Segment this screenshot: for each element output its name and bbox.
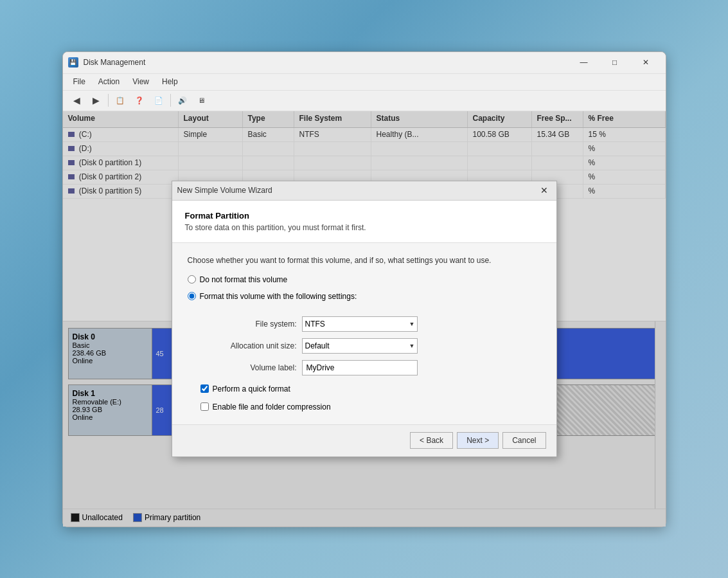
back-button[interactable]: < Back (410, 432, 453, 449)
menu-help[interactable]: Help (157, 76, 183, 87)
menu-view[interactable]: View (127, 76, 154, 87)
alloc-unit-row: Allocation unit size: Default 512 1024 2… (200, 338, 541, 354)
toolbar-separator-2 (170, 94, 171, 107)
wizard-dialog: New Simple Volume Wizard ✕ Format Partit… (172, 181, 557, 457)
compression-checkbox[interactable] (200, 402, 209, 411)
close-button[interactable]: ✕ (631, 51, 661, 73)
format-options: Do not format this volume Format this vo… (188, 275, 541, 411)
minimize-button[interactable]: — (569, 51, 599, 73)
format-radio[interactable] (188, 292, 196, 300)
file-system-select[interactable]: NTFS FAT32 exFAT (302, 316, 418, 332)
no-format-label: Do not format this volume (200, 275, 288, 284)
format-settings: File system: NTFS FAT32 exFAT (200, 316, 541, 411)
wizard-close-button[interactable]: ✕ (537, 183, 551, 197)
wizard-header-subtitle: To store data on this partition, you mus… (185, 223, 544, 232)
wizard-title-bar: New Simple Volume Wizard ✕ (172, 181, 556, 201)
toolbar-btn-5[interactable]: 🖥 (193, 93, 211, 108)
wizard-description: Choose whether you want to format this v… (188, 256, 541, 265)
compression-row: Enable file and folder compression (200, 402, 541, 411)
menu-bar: File Action View Help (63, 74, 666, 91)
next-button[interactable]: Next > (457, 432, 499, 449)
back-button[interactable]: ◀ (68, 93, 86, 108)
content-area: Volume Layout Type File System Status Ca… (63, 111, 666, 527)
maximize-button[interactable]: □ (600, 51, 630, 73)
wizard-header: Format Partition To store data on this p… (172, 201, 556, 243)
toolbar-btn-3[interactable]: 📄 (150, 93, 168, 108)
menu-action[interactable]: Action (93, 76, 125, 87)
file-system-label: File system: (200, 320, 297, 329)
quick-format-label[interactable]: Perform a quick format (213, 384, 290, 393)
volume-label-row: Volume label: (200, 360, 541, 375)
app-icon: 💾 (68, 57, 78, 68)
toolbar-separator-1 (108, 94, 109, 107)
forward-button[interactable]: ▶ (87, 93, 105, 108)
no-format-radio[interactable] (188, 275, 196, 284)
toolbar-btn-1[interactable]: 📋 (111, 93, 129, 108)
window-title: Disk Management (84, 58, 146, 67)
alloc-unit-select-wrapper: Default 512 1024 2048 4096 (302, 338, 418, 354)
file-system-row: File system: NTFS FAT32 exFAT (200, 316, 541, 332)
compression-label[interactable]: Enable file and folder compression (213, 402, 331, 411)
wizard-body: Choose whether you want to format this v… (172, 243, 556, 424)
window-controls: — □ ✕ (569, 51, 661, 73)
modal-overlay: New Simple Volume Wizard ✕ Format Partit… (63, 111, 666, 527)
quick-format-checkbox[interactable] (200, 384, 209, 393)
alloc-unit-select[interactable]: Default 512 1024 2048 4096 (302, 338, 418, 354)
wizard-title: New Simple Volume Wizard (177, 186, 272, 195)
toolbar-btn-2[interactable]: ❓ (130, 93, 148, 108)
format-option[interactable]: Format this volume with the following se… (188, 292, 541, 301)
menu-file[interactable]: File (68, 76, 91, 87)
volume-label-input[interactable] (302, 360, 418, 375)
quick-format-row: Perform a quick format (200, 384, 541, 393)
cancel-button[interactable]: Cancel (502, 432, 546, 449)
toolbar-btn-4[interactable]: 🔊 (173, 93, 191, 108)
format-label: Format this volume with the following se… (200, 292, 357, 301)
wizard-footer: < Back Next > Cancel (172, 424, 556, 456)
alloc-unit-label: Allocation unit size: (200, 341, 297, 350)
wizard-header-title: Format Partition (185, 211, 544, 221)
toolbar: ◀ ▶ 📋 ❓ 📄 🔊 🖥 (63, 91, 666, 111)
main-window: 💾 Disk Management — □ ✕ File Action View… (62, 51, 666, 527)
volume-label-label: Volume label: (200, 363, 297, 372)
no-format-option[interactable]: Do not format this volume (188, 275, 541, 284)
title-bar: 💾 Disk Management — □ ✕ (63, 52, 666, 74)
file-system-select-wrapper: NTFS FAT32 exFAT (302, 316, 418, 332)
